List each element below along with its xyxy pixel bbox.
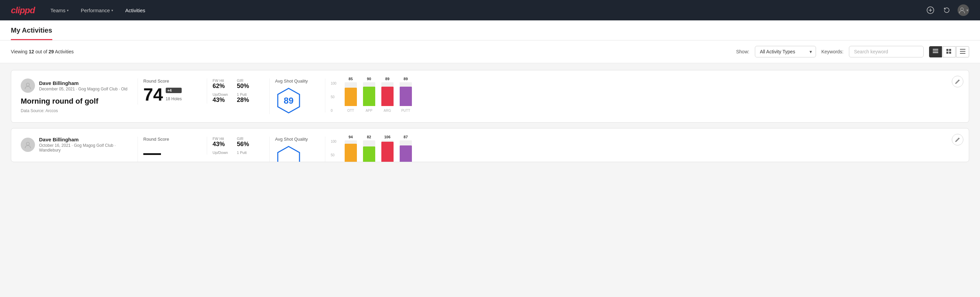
- stat-item: 1 Putt 28%: [237, 93, 256, 104]
- chart-col-value: 87: [404, 135, 408, 139]
- chart-col-value: 90: [367, 77, 371, 81]
- chart-bar: [400, 145, 412, 162]
- sub-header: My Activities: [0, 21, 980, 40]
- chart-bar-background: [400, 141, 412, 162]
- card-chart: 100500 85 OTT 90 APP 89: [325, 78, 959, 112]
- svg-point-3: [961, 8, 963, 11]
- svg-rect-4: [933, 49, 938, 50]
- chart-bar: [345, 144, 357, 162]
- activity-type-select[interactable]: All Activity Types: [755, 46, 816, 57]
- svg-marker-18: [278, 147, 299, 162]
- score-badge: +4: [166, 88, 182, 93]
- teams-chevron-icon: ▾: [67, 8, 68, 12]
- chart-column: 90 APP: [363, 77, 375, 112]
- chart-column: 82 APP: [363, 135, 375, 162]
- nav-item-performance[interactable]: Performance ▾: [76, 5, 118, 16]
- stat-label: FW Hit: [213, 137, 232, 141]
- card-quality: Avg Shot Quality 89: [269, 78, 317, 114]
- svg-rect-9: [949, 49, 951, 51]
- search-input[interactable]: [849, 46, 924, 57]
- nav-item-activities[interactable]: Activities: [121, 5, 150, 16]
- svg-rect-11: [949, 52, 951, 54]
- add-icon[interactable]: [925, 5, 936, 16]
- activities-list: Dave Billingham December 05, 2021 · Gog …: [0, 63, 980, 174]
- chart-bar: [363, 147, 375, 162]
- page-title: My Activities: [11, 21, 52, 40]
- activity-title: Morning round of golf: [21, 97, 129, 106]
- user-avatar-card: [21, 137, 35, 152]
- stat-value: 56%: [237, 141, 256, 148]
- user-info: Dave Billingham October 16, 2021 · Gog M…: [21, 137, 129, 153]
- chart-bar-background: [381, 141, 394, 162]
- user-meta: December 05, 2021 · Gog Magog Golf Club …: [39, 87, 127, 91]
- stat-label: GIR: [237, 78, 256, 83]
- stat-label: 1 Putt: [237, 150, 256, 155]
- stat-item: GIR 56%: [237, 137, 256, 148]
- card-score: Round Score 74 +4 18 Holes: [137, 78, 199, 105]
- view-toggles: [929, 46, 969, 57]
- stat-label: 1 Putt: [237, 93, 256, 96]
- chart-columns: 85 OTT 90 APP 89 ARG 89: [345, 82, 954, 112]
- app-logo[interactable]: clippd: [11, 5, 35, 16]
- score-number: 74: [143, 86, 163, 103]
- stat-item: GIR 50%: [237, 78, 256, 90]
- chart-y-label: 100: [331, 82, 337, 85]
- view-toggle-full-list[interactable]: [956, 46, 969, 57]
- svg-rect-6: [933, 52, 938, 53]
- chart-bar: [363, 87, 375, 106]
- stat-value: 62%: [213, 83, 232, 90]
- show-label: Show:: [736, 49, 749, 54]
- chart-bar-background: [345, 82, 357, 106]
- keywords-label: Keywords:: [821, 49, 843, 54]
- viewing-shown: 12: [29, 49, 34, 54]
- user-info: Dave Billingham December 05, 2021 · Gog …: [21, 78, 129, 93]
- user-avatar[interactable]: ▾: [958, 5, 969, 16]
- score-value-row: —: [143, 144, 193, 161]
- chart-col-value: 94: [349, 135, 353, 139]
- chart-column: 89 PUTT: [400, 77, 412, 112]
- hex-badge: [275, 145, 302, 162]
- svg-rect-12: [960, 49, 966, 50]
- stat-item: Up/Down 43%: [213, 93, 232, 104]
- card-stats: FW Hit 43% GIR 56% Up/Down 1 Putt: [207, 137, 261, 155]
- user-details: Dave Billingham December 05, 2021 · Gog …: [39, 80, 127, 91]
- chart-col-value: 82: [367, 135, 371, 139]
- view-toggle-compact-list[interactable]: [929, 46, 942, 57]
- navbar: clippd Teams ▾ Performance ▾ Activities: [0, 0, 980, 21]
- stat-item: 1 Putt: [237, 150, 256, 155]
- chart-bar-background: [381, 82, 394, 106]
- user-avatar-card: [21, 78, 35, 93]
- chart-x-label: ARG: [384, 109, 391, 112]
- chart-y-label: 0: [331, 109, 337, 112]
- score-label: Round Score: [143, 137, 193, 142]
- nav-menu: Teams ▾ Performance ▾ Activities: [46, 5, 914, 16]
- viewing-count-text: Viewing 12 out of 29 Activities: [11, 49, 731, 54]
- chart-col-value: 85: [349, 77, 353, 81]
- stat-label: Up/Down: [213, 93, 232, 96]
- chart-y-label: 100: [331, 140, 337, 144]
- refresh-icon[interactable]: [941, 5, 952, 16]
- chart-bar-background: [345, 141, 357, 162]
- svg-point-15: [27, 83, 30, 86]
- view-toggle-grid[interactable]: [943, 46, 956, 57]
- chart-y-label: 50: [331, 153, 337, 157]
- chart-y-label: 50: [331, 96, 337, 99]
- card-quality: Avg Shot Quality: [269, 137, 317, 162]
- avatar-chevron-icon: ▾: [966, 8, 969, 13]
- stat-value: 50%: [237, 83, 256, 90]
- stat-label: FW Hit: [213, 78, 232, 83]
- data-source: Data Source: Arccos: [21, 109, 129, 113]
- stat-item: FW Hit 62%: [213, 78, 232, 90]
- chart-bar: [400, 87, 412, 106]
- score-value-row: 74 +4 18 Holes: [143, 86, 193, 103]
- filter-bar: Viewing 12 out of 29 Activities Show: Al…: [0, 40, 980, 63]
- chart-y-labels: 100500: [331, 82, 337, 112]
- chart-bar-background: [363, 82, 375, 106]
- nav-item-teams[interactable]: Teams ▾: [46, 5, 73, 16]
- chart-col-value: 106: [384, 135, 390, 139]
- chart-bar-background: [363, 141, 375, 162]
- chart-column: 87 PUTT: [400, 135, 412, 162]
- score-number: —: [143, 144, 161, 161]
- chart-col-value: 89: [404, 77, 408, 81]
- stat-value: 28%: [237, 96, 256, 104]
